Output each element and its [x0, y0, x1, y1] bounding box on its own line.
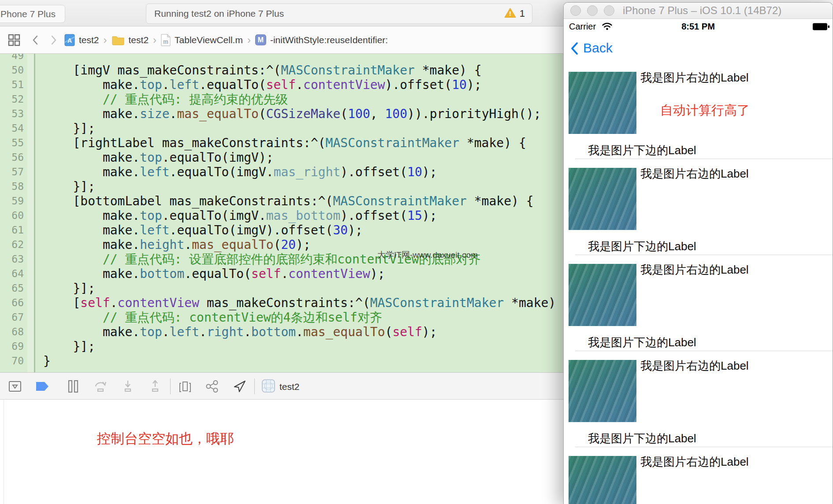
svg-text:!: ! [509, 10, 511, 17]
line-number: 58 [0, 179, 24, 194]
debug-bar-separator [254, 378, 255, 394]
table-cell[interactable]: 我是图片右边的Label我是图片下边的Label [564, 255, 833, 351]
table-cell[interactable]: 我是图片右边的Label自动计算行高了我是图片下边的Label [564, 63, 833, 159]
code-text: make.size.mas_equalTo(CGSizeMake(100, 10… [103, 107, 541, 121]
line-number: 64 [0, 267, 24, 281]
line-number: 50 [0, 63, 24, 78]
breadcrumb-item-tableviewcell-m[interactable]: mTableViewCell.m [161, 34, 243, 46]
cell-image [569, 168, 636, 230]
breadcrumb-label: TableViewCell.m [175, 35, 243, 45]
breadcrumb: Atest2›test2›mTableViewCell.m›M-initWith… [64, 34, 388, 46]
cell-image [569, 264, 636, 326]
back-chevron-icon[interactable] [32, 35, 39, 45]
code-text: }]; [73, 339, 95, 354]
pause-icon[interactable] [66, 379, 80, 393]
code-text: [imgV mas_makeConstraints:^(MASConstrain… [73, 63, 481, 78]
code-text: make.top.left.right.bottom.mas_equalTo(s… [103, 325, 437, 339]
related-items-icon[interactable] [8, 34, 20, 46]
implementation-file-icon: m [161, 34, 171, 46]
line-number: 49 [0, 54, 24, 63]
line-number: 70 [0, 354, 24, 368]
line-number: 61 [0, 223, 24, 237]
table-cell[interactable]: 我是图片右边的Label我是图片下边的Label [564, 351, 833, 447]
screenshot-root: Phone 7 Plus Running test2 on iPhone 7 P… [0, 0, 833, 504]
line-number: 63 [0, 252, 24, 267]
debug-process-label: test2 [279, 382, 300, 392]
debug-process-item[interactable]: test2 [262, 379, 300, 394]
code-text: make.height.mas_equalTo(20); [103, 237, 311, 252]
step-into-icon[interactable] [121, 379, 135, 393]
simulator-titlebar[interactable]: iPhone 7 Plus – iOS 10.1 (14B72) [564, 3, 833, 19]
code-text: }]; [73, 281, 95, 296]
line-number: 57 [0, 165, 24, 179]
run-destination-label: Phone 7 Plus [0, 5, 65, 22]
breadcrumb-item-test2[interactable]: Atest2 [64, 34, 99, 46]
breadcrumb-item-test2[interactable]: test2 [112, 35, 149, 45]
minimize-button[interactable] [587, 5, 598, 16]
forward-chevron-icon[interactable] [50, 35, 57, 45]
close-button[interactable] [570, 5, 581, 16]
breadcrumb-separator: › [153, 34, 156, 46]
line-number: 56 [0, 150, 24, 165]
table-view: 我是图片右边的Label自动计算行高了我是图片下边的Label我是图片右边的La… [564, 19, 833, 504]
table-cell[interactable]: 我是图片右边的Label [564, 447, 833, 504]
line-number: 52 [0, 92, 24, 107]
zoom-button[interactable] [604, 5, 614, 16]
code-text: [bottomLabel mas_makeConstraints:^(MASCo… [73, 194, 533, 208]
simulator-window: iPhone 7 Plus – iOS 10.1 (14B72) Carrier… [563, 2, 833, 504]
line-number: 67 [0, 310, 24, 325]
cell-right-label: 我是图片右边的Label [640, 358, 749, 374]
method-icon: M [255, 34, 266, 45]
line-number: 62 [0, 237, 24, 252]
code-text: make.top.equalTo(imgV.mas_bottom).offset… [103, 208, 437, 223]
breadcrumb-label: test2 [79, 35, 99, 45]
code-text: // 重点代码: contentView的4条边和self对齐 [103, 310, 382, 325]
memory-graph-icon[interactable] [205, 379, 219, 393]
cell-right-label: 我是图片右边的Label [640, 166, 749, 182]
code-text: } [43, 354, 51, 368]
line-number: 66 [0, 296, 24, 310]
debug-bar-separator [170, 378, 171, 394]
watermark: 大学IT网-www.daxueit.com [377, 249, 478, 261]
cell-image [569, 360, 636, 422]
code-text: make.bottom.equalTo(self.contentView); [103, 267, 385, 281]
cell-bottom-label: 我是图片下边的Label [588, 335, 696, 350]
run-destination-button[interactable]: Phone 7 Plus [0, 5, 65, 23]
code-text: [self.contentView mas_makeConstraints:^(… [73, 296, 570, 310]
breadcrumb-label: -initWithStyle:reuseIdentifier: [270, 35, 388, 45]
breadcrumb-label: test2 [129, 35, 149, 45]
console-empty-message: 控制台空空如也，哦耶 [97, 430, 234, 448]
app-icon [262, 379, 275, 394]
step-out-icon[interactable] [148, 379, 162, 393]
cell-right-label: 我是图片右边的Label [640, 454, 749, 470]
cell-bottom-label: 我是图片下边的Label [588, 239, 696, 254]
line-number: 51 [0, 78, 24, 92]
breadcrumb-item--initwithstyle-reuseidentifier-[interactable]: M-initWithStyle:reuseIdentifier: [255, 34, 388, 45]
line-number: 65 [0, 281, 24, 296]
code-text: }]; [73, 179, 95, 194]
cell-bottom-label: 我是图片下边的Label [588, 431, 696, 446]
simulator-screen: Carrier 8:51 PM Back 我是图片右边的Label自动计算行高了… [564, 19, 833, 504]
cell-image [569, 72, 636, 134]
code-text: // 重点代码: 提高约束的优先级 [103, 92, 288, 107]
code-text: make.top.left.equalTo(self.contentView).… [103, 78, 482, 92]
code-text: }]; [73, 121, 95, 136]
folder-icon [112, 35, 125, 45]
hide-debug-area-icon[interactable] [8, 379, 22, 393]
warning-icon: ! [504, 7, 516, 20]
view-hierarchy-icon[interactable] [178, 379, 192, 393]
simulate-location-icon[interactable] [233, 379, 247, 393]
table-cell[interactable]: 我是图片右边的Label我是图片下边的Label [564, 159, 833, 255]
activity-status-text: Running test2 on iPhone 7 Plus [154, 4, 284, 23]
code-text: [rightLabel mas_makeConstraints:^(MASCon… [73, 136, 526, 150]
cell-image [569, 456, 636, 504]
line-number: 68 [0, 325, 24, 339]
line-number: 69 [0, 339, 24, 354]
warning-badge[interactable]: ! 1 [504, 4, 525, 23]
step-over-icon[interactable] [93, 379, 108, 393]
breakpoints-icon[interactable] [35, 379, 49, 393]
svg-text:A: A [67, 37, 72, 44]
line-number: 59 [0, 194, 24, 208]
code-text: make.top.equalTo(imgV); [103, 150, 274, 165]
line-number: 54 [0, 121, 24, 136]
